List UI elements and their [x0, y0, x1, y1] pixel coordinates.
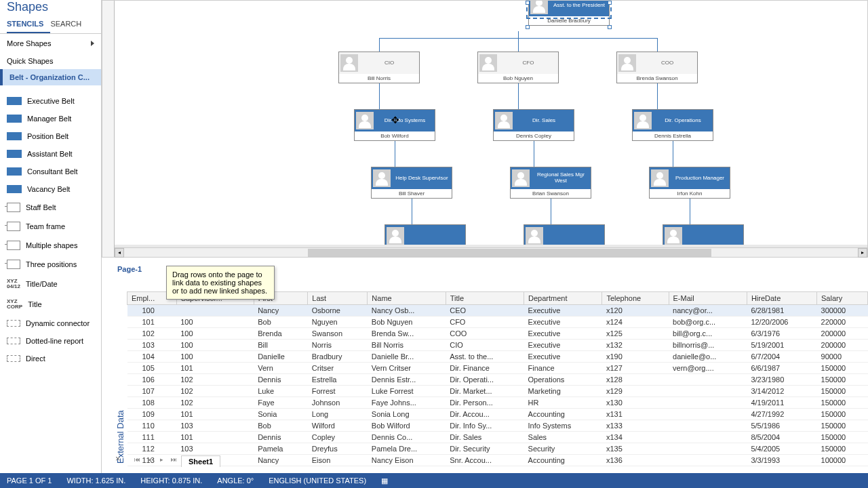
org-helpdesk[interactable]: Help Desk Supervisor Bill Shaver: [371, 167, 452, 199]
table-row[interactable]: 105101VernCritserVern CritserDir. Financ…: [127, 363, 868, 374]
shape-item-three-positions[interactable]: Three positions: [0, 255, 101, 274]
table-row[interactable]: 102100BrendaSwansonBrenda Sw...COOExecut…: [127, 328, 868, 340]
sheet-tab[interactable]: Sheet1: [181, 455, 220, 467]
table-row[interactable]: 111101DennisCopleyDennis Co...Dir. Sales…: [127, 432, 868, 443]
column-header[interactable]: Title: [446, 292, 524, 305]
cell: 8/5/2004: [747, 432, 816, 443]
selection-handle[interactable]: [608, 1, 612, 5]
page-tab-1[interactable]: Page-1: [112, 262, 147, 276]
column-header[interactable]: HireDate: [747, 292, 816, 305]
org-regional-title: Regional Sales Mgr West: [531, 172, 591, 184]
shape-icon: [7, 260, 20, 269]
org-dir-info-name: Bob Wilford: [355, 131, 435, 140]
org-prod[interactable]: Production Manager Irfon Kohn: [649, 167, 730, 199]
status-lang[interactable]: ENGLISH (UNITED STATES): [269, 476, 366, 485]
sheet-first-icon[interactable]: ⏮: [132, 456, 142, 466]
shape-label: Multiple shapes: [26, 241, 77, 249]
org-dir-sales[interactable]: Dir. Sales Dennis Copley: [493, 109, 574, 141]
column-header[interactable]: E-Mail: [669, 292, 747, 305]
table-row[interactable]: 113109NancyEisonNancy EisonSnr. Accou...…: [127, 455, 868, 466]
selection-handle[interactable]: [526, 1, 530, 5]
close-pane-icon[interactable]: ×: [115, 453, 121, 464]
shape-item-manager-belt[interactable]: Manager Belt: [0, 110, 101, 127]
horizontal-scrollbar[interactable]: ◂ ▸: [115, 247, 867, 257]
shape-item-assistant-belt[interactable]: Assistant Belt: [0, 145, 101, 163]
connector: [657, 38, 658, 52]
shape-item-executive-belt[interactable]: Executive Belt: [0, 92, 101, 110]
selection-handle[interactable]: [608, 25, 612, 29]
table-row[interactable]: 107102LukeForrestLuke ForrestDir. Market…: [127, 386, 868, 397]
org-asst[interactable]: Asst. to the President Danielle Bradbury: [528, 1, 610, 26]
person-icon: [512, 169, 530, 187]
cell: x133: [602, 420, 669, 432]
stencil-selected[interactable]: Belt - Organization C...: [0, 69, 101, 85]
cell: Nguyen: [308, 317, 368, 328]
scroll-right-icon[interactable]: ▸: [858, 248, 867, 258]
org-row4-c[interactable]: [663, 224, 744, 245]
shape-item-title-date[interactable]: XYZ04/12Title/Date: [0, 274, 101, 294]
cell: Executive: [524, 317, 602, 328]
sheet-next-icon[interactable]: ▸: [157, 456, 166, 466]
selection-handle[interactable]: [526, 25, 530, 29]
shape-item-direct[interactable]: Direct: [0, 350, 101, 367]
org-regional[interactable]: Regional Sales Mgr West Brian Swanson: [510, 167, 591, 199]
cell: Estrella: [308, 374, 368, 386]
shape-item-staff-belt[interactable]: Staff Belt: [0, 198, 101, 217]
cell: [669, 409, 747, 420]
table-row[interactable]: 103100BillNorrisBill NorrisCIOExecutivex…: [127, 340, 868, 351]
column-header[interactable]: Telephone: [602, 292, 669, 305]
column-header[interactable]: Name: [368, 292, 446, 305]
cell: Dir. Info Sy...: [446, 420, 524, 432]
table-row[interactable]: 109101SoniaLongSonia LongDir. Accou...Ac…: [127, 409, 868, 420]
org-row4-a[interactable]: [384, 224, 466, 245]
sheet-last-icon[interactable]: ⏭: [169, 456, 178, 466]
tab-search[interactable]: SEARCH: [50, 17, 88, 33]
org-helpdesk-name: Bill Shaver: [372, 189, 452, 198]
cell: 111: [127, 432, 177, 443]
table-row[interactable]: 104100DanielleBradburyDanielle Br...Asst…: [127, 351, 868, 363]
shape-item-consultant-belt[interactable]: Consultant Belt: [0, 163, 101, 180]
data-grid[interactable]: Empl...Supervisor...FirstLastNameTitleDe…: [127, 291, 868, 466]
org-dir-ops[interactable]: Dir. Operations Dennis Estrella: [632, 109, 713, 141]
org-cio[interactable]: CIO Bill Norris: [338, 52, 420, 83]
sheet-prev-icon[interactable]: ◂: [144, 456, 154, 466]
shape-item-multiple-shapes[interactable]: Multiple shapes: [0, 236, 101, 255]
scroll-thumb[interactable]: [308, 249, 711, 257]
table-row[interactable]: 101100BobNguyenBob NguyenCFOExecutivex12…: [127, 317, 868, 328]
canvas[interactable]: Asst. to the President Danielle Bradbury…: [115, 1, 867, 245]
column-header[interactable]: Department: [524, 292, 602, 305]
org-coo[interactable]: COO Brenda Swanson: [616, 52, 698, 83]
tab-stencils[interactable]: STENCILS: [7, 17, 50, 33]
org-prod-title: Production Manager: [670, 176, 730, 182]
table-row[interactable]: 110103BobWilfordBob WilfordDir. Info Sy.…: [127, 420, 868, 432]
quick-shapes[interactable]: Quick Shapes: [0, 53, 101, 69]
shape-item-position-belt[interactable]: Position Belt: [0, 127, 101, 145]
more-shapes[interactable]: More Shapes: [0, 34, 101, 53]
shape-item-team-frame[interactable]: Team frame: [0, 217, 101, 236]
macro-icon[interactable]: ▦: [381, 476, 388, 485]
cell: [669, 432, 747, 443]
scroll-left-icon[interactable]: ◂: [115, 248, 124, 258]
table-row[interactable]: 106102DennisEstrellaDennis Estr...Dir. O…: [127, 374, 868, 386]
shape-item-dotted-line-report[interactable]: Dotted-line report: [0, 332, 101, 350]
shape-item-vacancy-belt[interactable]: Vacancy Belt: [0, 180, 101, 198]
column-header[interactable]: Salary: [817, 292, 868, 305]
person-icon: [526, 227, 543, 245]
cell: 109: [127, 409, 177, 420]
scroll-track[interactable]: [124, 249, 858, 257]
org-prod-name: Irfon Kohn: [650, 189, 730, 198]
table-row[interactable]: 108102FayeJohnsonFaye Johns...Dir. Perso…: [127, 397, 868, 409]
shape-label: Executive Belt: [27, 97, 75, 105]
org-row4-b[interactable]: [524, 224, 605, 245]
cell: Faye Johns...: [368, 397, 446, 409]
org-dir-info[interactable]: Dir. Info Systems Bob Wilford: [354, 109, 435, 141]
table-row[interactable]: 100NancyOsborneNancy Osb...CEOExecutivex…: [127, 305, 868, 317]
external-data-label[interactable]: External Data: [114, 291, 127, 466]
cell: 150000: [817, 432, 868, 443]
column-header[interactable]: Last: [308, 292, 368, 305]
cell: Sales: [524, 432, 602, 443]
org-cfo[interactable]: CFO Bob Nguyen: [477, 52, 559, 83]
table-row[interactable]: 112103PamelaDreyfusPamela Dre...Dir. Sec…: [127, 443, 868, 455]
shape-item-dynamic-connector[interactable]: Dynamic connector: [0, 314, 101, 332]
shape-item-title[interactable]: XYZCORPTitle: [0, 294, 101, 314]
